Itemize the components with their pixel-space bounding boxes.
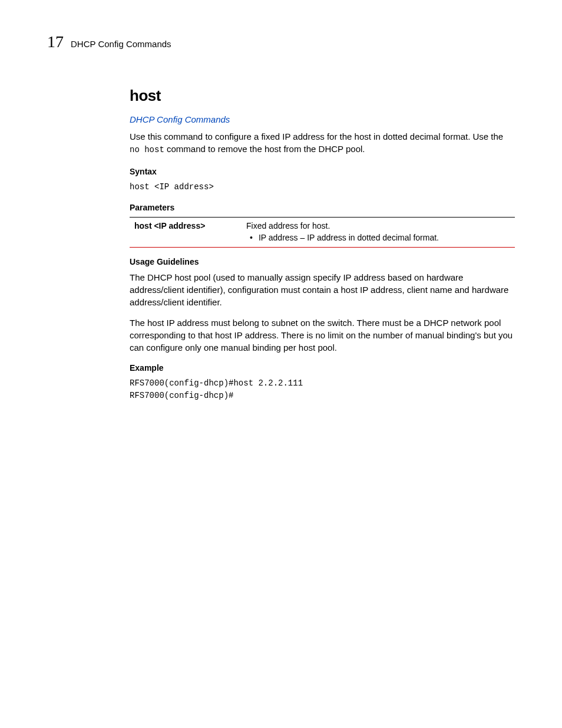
parameters-table: host <IP address> Fixed address for host…	[130, 217, 515, 248]
param-bullet-text: IP address – IP address in dotted decima…	[259, 233, 439, 242]
table-row: host <IP address> Fixed address for host…	[130, 217, 515, 247]
dhcp-config-link[interactable]: DHCP Config Commands	[130, 114, 515, 124]
usage-para-1: The DHCP host pool (used to manually ass…	[130, 271, 515, 308]
chapter-title: DHCP Config Commands	[71, 39, 171, 49]
param-description-cell: Fixed address for host. • IP address – I…	[242, 217, 515, 247]
syntax-heading: Syntax	[130, 167, 515, 176]
chapter-number: 17	[47, 32, 64, 51]
bullet-icon: •	[250, 233, 253, 242]
inline-code-no-host: no host	[130, 145, 164, 154]
example-code: RFS7000(config-dhcp)#host 2.2.2.111 RFS7…	[130, 377, 515, 402]
param-name: host <IP address>	[130, 217, 242, 247]
intro-paragraph: Use this command to configure a fixed IP…	[130, 130, 515, 156]
page-header: 17 DHCP Config Commands	[47, 32, 515, 51]
param-desc: Fixed address for host.	[246, 221, 510, 230]
parameters-heading: Parameters	[130, 203, 515, 212]
section-title: host	[130, 87, 515, 105]
usage-para-2: The host IP address must belong to subne…	[130, 317, 515, 354]
intro-text-1: Use this command to configure a fixed IP…	[130, 131, 503, 141]
intro-text-2: command to remove the host from the DHCP…	[164, 144, 365, 154]
example-heading: Example	[130, 363, 515, 373]
param-bullet-row: • IP address – IP address in dotted deci…	[246, 233, 510, 242]
usage-heading: Usage Guidelines	[130, 257, 515, 266]
syntax-code: host <IP address>	[130, 181, 515, 193]
content-area: host DHCP Config Commands Use this comma…	[130, 87, 515, 402]
